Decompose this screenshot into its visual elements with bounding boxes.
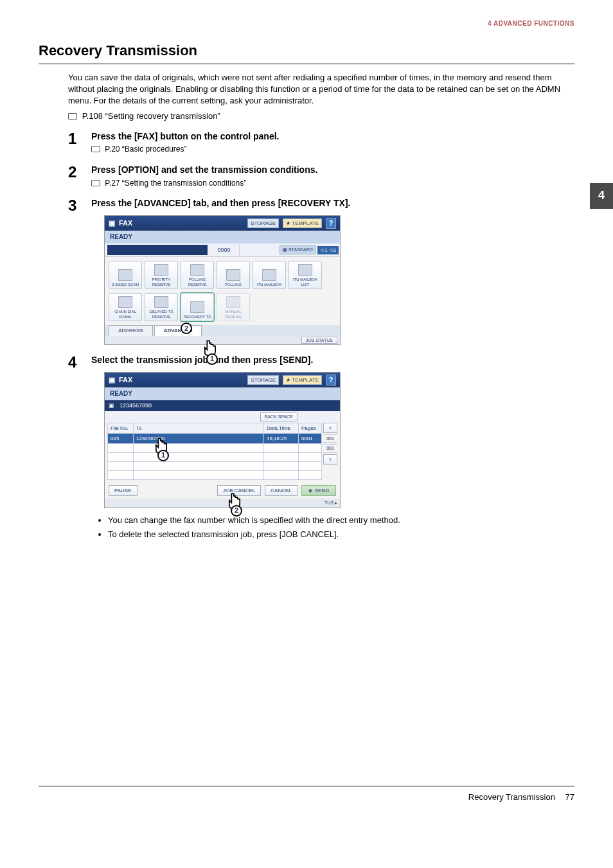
job-row-selected[interactable]: 025 1234567890 19,18:25 0001	[108, 433, 322, 443]
help-button[interactable]: ?	[326, 375, 336, 385]
pause-button[interactable]: PAUSE	[109, 485, 138, 496]
chapter-thumb-tab: 4	[590, 183, 613, 209]
step-2: Press [OPTION] and set the transmission …	[68, 164, 574, 188]
standard-badge[interactable]: ▦ STANDARD	[280, 245, 316, 254]
scroll-page-bot: 001	[323, 444, 337, 453]
col-datetime: Date,Time	[264, 423, 299, 433]
note-change-number: You can change the fax number which is s…	[108, 515, 574, 526]
intro-crossref-text: P.108 “Setting recovery transmission”	[82, 111, 220, 121]
step-1-xref: P.20 “Basic procedures”	[91, 144, 574, 155]
storage-button[interactable]: STORAGE	[247, 375, 279, 385]
screen2-titlebar: ▣ FAX STORAGE ★ TEMPLATE ?	[105, 373, 340, 387]
tile-chain-dial[interactable]: CHAIN DIAL COMM.	[109, 293, 142, 321]
storage-button[interactable]: STORAGE	[247, 218, 279, 228]
cancel-button[interactable]: CANCEL	[265, 485, 297, 496]
step-2-head: Press [OPTION] and set the transmission …	[91, 164, 574, 177]
send-button[interactable]: ◈ SEND	[301, 485, 336, 496]
tile-polling[interactable]: POLLING	[217, 261, 250, 289]
status-fragment: TUS	[324, 500, 333, 505]
page-footer: Recovery Transmission 77	[39, 786, 574, 803]
col-to: To	[134, 423, 264, 433]
jobs-table-wrap: File No. To Date,Time Pages 025 12345678…	[105, 423, 340, 483]
tab-advanced[interactable]: ADVANCED	[154, 325, 202, 335]
fax-icon: ▣	[109, 375, 115, 385]
scroll-page-top: 001	[323, 434, 337, 443]
callout-1: 1	[157, 450, 169, 461]
step-3-head: Press the [ADVANCED] tab, and then press…	[91, 197, 574, 210]
ready-status: READY	[105, 387, 340, 400]
entered-number: 1234567890	[120, 402, 152, 410]
jobs-table: File No. To Date,Time Pages 025 12345678…	[107, 423, 322, 480]
screen1-bottom: JOB STATUS	[105, 336, 340, 345]
fax-screen-advanced: ▣ FAX STORAGE ★ TEMPLATE ? READY 0000 ▦ …	[104, 215, 341, 345]
step-2-xref: P.27 “Setting the transmission condition…	[91, 178, 574, 189]
callout-1: 1	[206, 353, 218, 365]
tile-polling-reserve[interactable]: POLLING RESERVE	[181, 261, 214, 289]
col-fileno: File No.	[108, 423, 134, 433]
page-count: 0000	[209, 245, 240, 256]
col-pages: Pages	[299, 423, 322, 433]
job-status-button[interactable]: JOB STATUS	[301, 337, 337, 344]
cell-pages: 0001	[299, 433, 322, 443]
scroll-up-button[interactable]: ʌ	[323, 423, 337, 433]
tile-row-2: CHAIN DIAL COMM. DELAYED TX RESERVE RECO…	[105, 293, 340, 325]
tile-label: PRIORITY RESERVE	[145, 277, 177, 288]
tile-itu-mailbox-list[interactable]: ITU MAILBOX LIST	[289, 261, 322, 289]
number-entry-row: ▣ 1234567890	[105, 400, 340, 411]
status-row: 0000 ▦ STANDARD ☆1 ☆2	[105, 244, 340, 257]
tile-label: MANUAL RECEIVE	[217, 309, 249, 320]
tile-label: POLLING RESERVE	[181, 277, 213, 288]
screen2-button-row: PAUSE JOB CANCEL CANCEL ◈ SEND	[105, 483, 340, 499]
callout-2: 2	[231, 505, 242, 517]
step-2-xref-text: P.27 “Setting the transmission condition…	[105, 179, 246, 188]
intro-paragraph: You can save the data of originals, whic…	[68, 72, 574, 107]
tile-label: DELAYED TX RESERVE	[145, 309, 177, 320]
title-rule	[39, 64, 574, 64]
breadcrumb: 4 ADVANCED FUNCTIONS	[39, 19, 574, 28]
step-1-xref-text: P.20 “Basic procedures”	[105, 145, 186, 154]
step-1-head: Press the [FAX] button on the control pa…	[91, 130, 574, 143]
book-icon	[91, 180, 100, 186]
backspace-row: BACK SPACE	[105, 411, 340, 423]
note-delete-job: To delete the selected transmission job,…	[108, 529, 574, 540]
tile-priority-reserve[interactable]: PRIORITY RESERVE	[145, 261, 178, 289]
job-row-empty	[108, 471, 322, 480]
tile-itu-mailbox[interactable]: ITU MAILBOX	[253, 261, 286, 289]
screen1-title: FAX	[119, 218, 132, 228]
tile-2sided-scan[interactable]: 2-SIDED SCAN	[109, 261, 142, 289]
template-button[interactable]: ★ TEMPLATE	[283, 218, 322, 228]
tile-label: POLLING	[225, 282, 242, 287]
book-icon	[68, 113, 77, 120]
book-icon	[91, 146, 100, 152]
scroll-column: ʌ 001 001 v	[323, 423, 337, 480]
screen1-titlebar: ▣ FAX STORAGE ★ TEMPLATE ?	[105, 216, 340, 231]
template-button-label: TEMPLATE	[292, 377, 319, 383]
standard-badge-label: STANDARD	[289, 247, 313, 252]
tab-address[interactable]: ADDRESS	[109, 325, 153, 335]
help-button[interactable]: ?	[326, 218, 336, 229]
tile-recovery-tx[interactable]: RECOVERY TX	[181, 293, 214, 321]
tile-delayed-tx[interactable]: DELAYED TX RESERVE	[145, 293, 178, 321]
footer-title: Recovery Transmission	[468, 792, 555, 802]
tile-row-1: 2-SIDED SCAN PRIORITY RESERVE POLLING RE…	[105, 257, 340, 293]
fax-screen-recovery-list: ▣ FAX STORAGE ★ TEMPLATE ? READY ▣ 12345…	[104, 372, 341, 508]
line-indicator: ☆1 ☆2	[317, 246, 339, 254]
tile-label: RECOVERY TX	[184, 314, 211, 319]
tile-label: CHAIN DIAL COMM.	[109, 309, 141, 320]
step-3: Press the [ADVANCED] tab, and then press…	[68, 197, 574, 345]
footer-page-number: 77	[565, 792, 574, 802]
step-1: Press the [FAX] button on the control pa…	[68, 130, 574, 155]
ready-status: READY	[105, 231, 340, 244]
tile-manual-receive[interactable]: MANUAL RECEIVE	[217, 293, 250, 321]
step-4: Select the transmission job, and then pr…	[68, 354, 574, 540]
backspace-button[interactable]: BACK SPACE	[260, 412, 298, 421]
tile-label: ITU MAILBOX	[257, 282, 281, 287]
scroll-down-button[interactable]: v	[323, 454, 337, 465]
screen1-tabs: ADDRESS ADVANCED 2	[105, 325, 340, 335]
screen2-title: FAX	[119, 375, 132, 385]
tile-label: 2-SIDED SCAN	[112, 282, 139, 287]
template-button-label: TEMPLATE	[292, 220, 319, 226]
screen2-bottom: TUS ▸	[105, 499, 340, 508]
template-button[interactable]: ★ TEMPLATE	[283, 375, 322, 385]
job-row-empty	[108, 453, 322, 462]
